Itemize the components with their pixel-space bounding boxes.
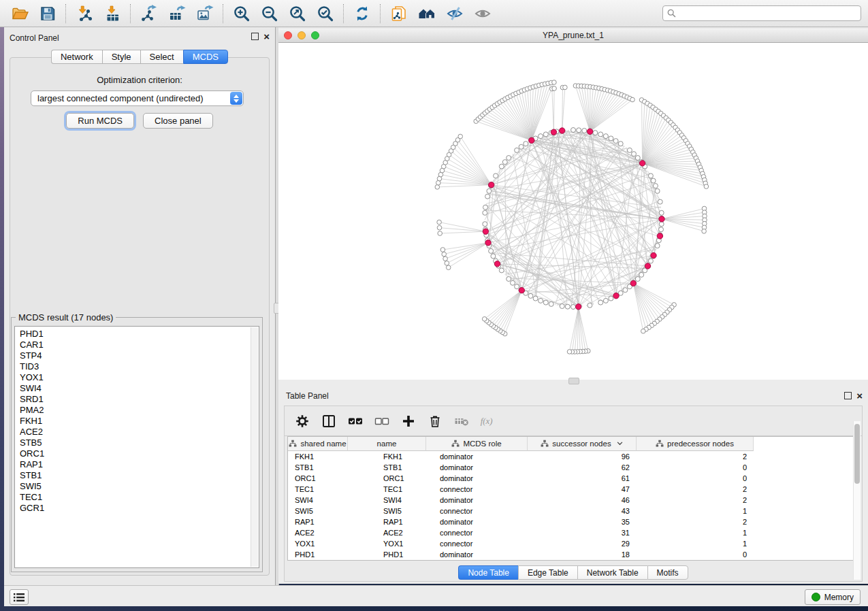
graph-node[interactable] [630, 97, 635, 102]
column-header-successor-nodes[interactable]: successor nodes [528, 437, 637, 451]
table-row[interactable]: RAP1RAP1dominator352 [288, 516, 858, 527]
graph-node[interactable] [539, 298, 543, 303]
float-panel-icon[interactable] [844, 392, 852, 399]
mcds-result-item[interactable]: STB1 [15, 470, 259, 481]
graph-node[interactable] [483, 210, 487, 215]
graph-node[interactable] [446, 265, 451, 270]
tab-motifs[interactable]: Motifs [647, 565, 688, 580]
close-panel-button[interactable]: Close panel [143, 113, 213, 129]
mcds-result-item[interactable]: YOX1 [15, 372, 259, 383]
mcds-result-list[interactable]: PHD1CAR1STP4TID3YOX1SWI4SRD1PMA2FKH1ACE2… [14, 326, 259, 568]
graph-node[interactable] [588, 303, 592, 308]
graph-node[interactable] [443, 257, 448, 261]
graph-node[interactable] [489, 248, 494, 253]
graph-node[interactable] [436, 180, 441, 185]
graph-node[interactable] [438, 231, 443, 236]
tab-style[interactable]: Style [102, 50, 140, 64]
graph-hub-node[interactable] [494, 261, 500, 267]
graph-hub-node[interactable] [483, 229, 488, 234]
zoom-window-button[interactable] [311, 31, 319, 39]
gear-button[interactable] [294, 413, 310, 429]
graph-node[interactable] [598, 132, 603, 137]
column-header-MCDS-role[interactable]: MCDS role [426, 437, 528, 451]
graph-hub-node[interactable] [551, 129, 556, 135]
graph-hub-node[interactable] [529, 137, 534, 143]
graph-node[interactable] [632, 152, 637, 156]
clone-network-button[interactable] [389, 4, 408, 22]
refresh-button[interactable] [353, 4, 371, 22]
graph-node[interactable] [704, 184, 709, 189]
graph-node[interactable] [563, 85, 568, 90]
graph-node[interactable] [552, 80, 557, 85]
mcds-result-item[interactable]: STB5 [15, 437, 259, 448]
graph-node[interactable] [502, 160, 507, 165]
save-button[interactable] [38, 4, 57, 22]
zoom-out-button[interactable] [260, 4, 278, 22]
graph-hub-node[interactable] [587, 129, 592, 134]
graph-node[interactable] [659, 210, 664, 215]
minimize-window-button[interactable] [298, 31, 306, 39]
table-row[interactable]: TEC1TEC1connector472 [288, 484, 858, 495]
graph-node[interactable] [635, 156, 640, 161]
graph-node[interactable] [659, 227, 664, 232]
graph-node[interactable] [653, 184, 658, 188]
first-neighbors-button[interactable] [417, 4, 436, 22]
mcds-result-item[interactable]: ORC1 [15, 448, 259, 459]
add-column-button[interactable] [400, 413, 417, 429]
table-row[interactable]: SWI5SWI5connector431 [288, 506, 858, 516]
mcds-result-item[interactable]: SRD1 [15, 394, 259, 405]
list-scrollbar[interactable] [251, 327, 258, 567]
graph-node[interactable] [651, 178, 656, 183]
delete-column-button[interactable] [427, 413, 443, 429]
graph-node[interactable] [507, 277, 511, 282]
graph-node[interactable] [499, 164, 504, 169]
mcds-result-item[interactable]: PMA2 [15, 405, 259, 416]
graph-node[interactable] [560, 304, 564, 309]
graph-node[interactable] [511, 280, 515, 285]
export-network-button[interactable] [140, 4, 158, 22]
table-row[interactable]: YOX1YOX1connector291 [288, 538, 858, 549]
graph-node[interactable] [515, 284, 519, 289]
splitter-handle[interactable] [568, 378, 579, 384]
graph-node[interactable] [437, 220, 442, 225]
table-row[interactable]: PHD1PHD1dominator180 [288, 549, 858, 560]
optimization-criterion-select[interactable]: largest connected component (undirected) [31, 90, 244, 106]
select-all-columns-button[interactable] [347, 413, 364, 429]
table-row[interactable]: FKH1FKH1dominator962 [288, 451, 858, 462]
zoom-in-button[interactable] [232, 4, 251, 22]
table-row[interactable]: SWI4SWI4dominator462 [288, 495, 858, 506]
mcds-result-item[interactable]: GCR1 [15, 503, 259, 514]
graph-hub-node[interactable] [560, 128, 565, 133]
tab-network-table[interactable]: Network Table [577, 565, 647, 580]
graph-node[interactable] [442, 252, 447, 257]
graph-hub-node[interactable] [657, 233, 662, 239]
zoom-fit-button[interactable] [288, 4, 306, 22]
graph-node[interactable] [499, 268, 504, 273]
mcds-result-item[interactable]: RAP1 [15, 459, 259, 470]
search-input[interactable] [679, 8, 856, 19]
close-panel-icon[interactable]: × [263, 33, 270, 40]
graph-hub-node[interactable] [639, 161, 645, 166]
graph-node[interactable] [528, 293, 533, 298]
graph-node[interactable] [571, 305, 576, 310]
graph-node[interactable] [609, 136, 613, 141]
column-header-name[interactable]: name [348, 437, 426, 451]
column-header-shared-name[interactable]: shared name [288, 437, 348, 451]
graph-node[interactable] [603, 298, 608, 303]
graph-node[interactable] [543, 300, 548, 305]
mcds-result-item[interactable]: SWI4 [15, 383, 259, 394]
graph-hub-node[interactable] [645, 263, 650, 269]
graph-hub-node[interactable] [485, 240, 491, 246]
graph-node[interactable] [655, 244, 660, 248]
import-network-button[interactable] [75, 4, 93, 22]
graph-node[interactable] [648, 174, 653, 178]
horizontal-splitter[interactable] [278, 380, 868, 386]
mcds-result-item[interactable]: TEC1 [15, 492, 259, 503]
graph-node[interactable] [571, 128, 576, 133]
graph-node[interactable] [648, 259, 653, 263]
mcds-result-item[interactable]: ACE2 [15, 427, 259, 437]
table-row[interactable]: ACE2ACE2connector311 [288, 527, 858, 538]
search-box[interactable] [662, 5, 861, 21]
float-panel-icon[interactable] [251, 33, 259, 40]
graph-node[interactable] [435, 185, 440, 190]
